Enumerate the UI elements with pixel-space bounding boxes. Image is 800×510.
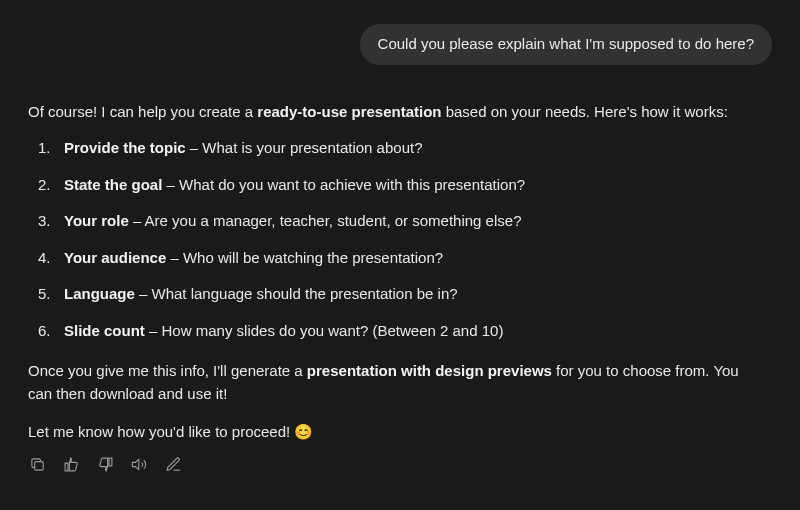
thumbs-down-button[interactable] xyxy=(96,456,114,474)
user-message-text: Could you please explain what I'm suppos… xyxy=(378,35,754,52)
outro1-bold: presentation with design previews xyxy=(307,362,552,379)
step-desc: – Are you a manager, teacher, student, o… xyxy=(129,212,522,229)
user-message-bubble: Could you please explain what I'm suppos… xyxy=(360,24,772,65)
step-title: Your audience xyxy=(64,249,166,266)
list-item: State the goal – What do you want to ach… xyxy=(52,174,760,197)
message-actions xyxy=(28,456,760,474)
assistant-message: Of course! I can help you create a ready… xyxy=(28,101,772,474)
assistant-outro-1: Once you give me this info, I'll generat… xyxy=(28,360,760,405)
copy-button[interactable] xyxy=(28,456,46,474)
step-title: Your role xyxy=(64,212,129,229)
step-desc: – Who will be watching the presentation? xyxy=(166,249,443,266)
step-title: Provide the topic xyxy=(64,139,186,156)
step-title: Slide count xyxy=(64,322,145,339)
user-message-row: Could you please explain what I'm suppos… xyxy=(28,24,772,65)
list-item: Slide count – How many slides do you wan… xyxy=(52,320,760,343)
assistant-outro-2: Let me know how you'd like to proceed! 😊 xyxy=(28,421,760,444)
step-desc: – How many slides do you want? (Between … xyxy=(145,322,504,339)
steps-list: Provide the topic – What is your present… xyxy=(28,137,760,342)
outro1-before: Once you give me this info, I'll generat… xyxy=(28,362,307,379)
edit-button[interactable] xyxy=(164,456,182,474)
thumbs-up-button[interactable] xyxy=(62,456,80,474)
assistant-intro: Of course! I can help you create a ready… xyxy=(28,101,760,124)
step-desc: – What language should the presentation … xyxy=(135,285,458,302)
list-item: Your role – Are you a manager, teacher, … xyxy=(52,210,760,233)
copy-icon xyxy=(29,456,46,473)
step-title: State the goal xyxy=(64,176,162,193)
list-item: Provide the topic – What is your present… xyxy=(52,137,760,160)
thumbs-down-icon xyxy=(97,456,114,473)
speaker-icon xyxy=(131,456,148,473)
intro-before: Of course! I can help you create a xyxy=(28,103,257,120)
intro-bold: ready-to-use presentation xyxy=(257,103,441,120)
edit-icon xyxy=(165,456,182,473)
read-aloud-button[interactable] xyxy=(130,456,148,474)
step-desc: – What do you want to achieve with this … xyxy=(162,176,525,193)
list-item: Language – What language should the pres… xyxy=(52,283,760,306)
outro2-text: Let me know how you'd like to proceed! 😊 xyxy=(28,423,313,440)
intro-after: based on your needs. Here's how it works… xyxy=(442,103,728,120)
step-title: Language xyxy=(64,285,135,302)
svg-rect-0 xyxy=(34,462,43,471)
step-desc: – What is your presentation about? xyxy=(186,139,423,156)
thumbs-up-icon xyxy=(63,456,80,473)
list-item: Your audience – Who will be watching the… xyxy=(52,247,760,270)
